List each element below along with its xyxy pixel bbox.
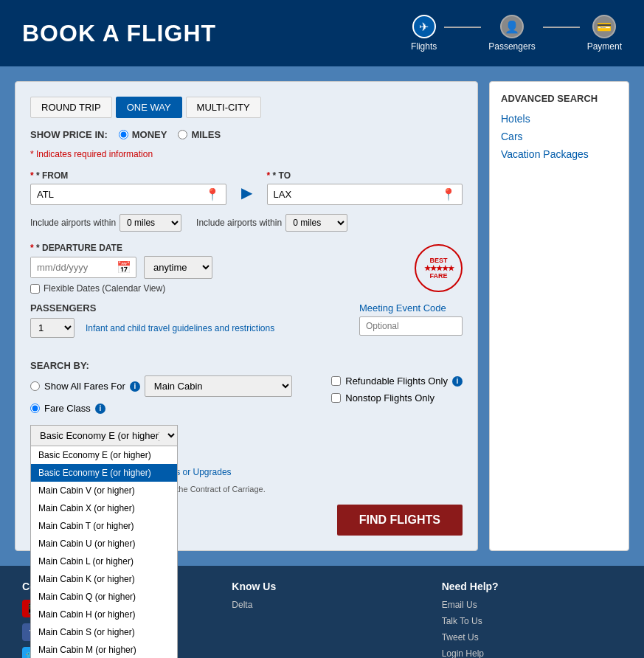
step-payment-circle: 💳 xyxy=(592,15,616,38)
from-field-group: * * FROM 📍 xyxy=(30,170,226,205)
departure-section: * * DEPARTURE DATE 📅 anytime morning aft… xyxy=(30,243,463,294)
best-fare-badge: BEST ★★★★★ FARE xyxy=(415,244,463,292)
show-fares-label: Show All Fares For xyxy=(44,381,125,392)
from-input[interactable] xyxy=(31,184,199,204)
step-flights: ✈ Flights xyxy=(411,15,437,52)
from-input-wrap: 📍 xyxy=(30,184,226,205)
footer-talk-link[interactable]: Talk To Us xyxy=(442,616,622,626)
to-location-icon: 📍 xyxy=(435,187,462,201)
dropdown-option-5[interactable]: Main Cabin U (or higher) xyxy=(31,535,177,553)
direction-arrow: ▶ xyxy=(241,184,252,205)
show-fares-radio[interactable] xyxy=(30,381,40,391)
price-row: SHOW PRICE IN: MONEY MILES xyxy=(30,129,463,140)
fare-class-dropdown-list: Basic Economy E (or higher)Basic Economy… xyxy=(30,446,178,658)
cabin-select[interactable]: Main Cabin xyxy=(145,375,292,397)
date-input-wrap: 📅 xyxy=(30,257,136,278)
flexible-dates-label: Flexible Dates (Calendar View) xyxy=(44,283,165,294)
to-field-group: * * TO 📍 xyxy=(267,170,463,205)
multi-city-button[interactable]: MULTI-CITY xyxy=(186,97,261,118)
show-fares-info-icon[interactable]: i xyxy=(130,381,140,392)
passengers-label: PASSENGERS xyxy=(30,302,274,314)
footer-help-title: Need Help? xyxy=(442,581,622,592)
dropdown-option-8[interactable]: Main Cabin Q (or higher) xyxy=(31,588,177,606)
email-label: Email Us xyxy=(442,600,477,610)
step-passengers: 👤 Passengers xyxy=(488,15,535,52)
footer-tweet-link[interactable]: Tweet Us xyxy=(442,632,622,643)
cabin-select-wrap: Main Cabin xyxy=(145,375,292,397)
to-airports-label: Include airports within xyxy=(196,218,282,228)
miles-label: MILES xyxy=(191,129,221,140)
dropdown-option-4[interactable]: Main Cabin T (or higher) xyxy=(31,517,177,535)
step-line-1 xyxy=(444,27,481,28)
page-title: BOOK A FLIGHT xyxy=(22,20,216,47)
search-by-row: Show All Fares For i Main Cabin Fare Cla… xyxy=(30,375,463,414)
dropdown-option-2[interactable]: Main Cabin V (or higher) xyxy=(31,482,177,499)
dropdown-option-0[interactable]: Basic Economy E (or higher) xyxy=(31,446,177,464)
dropdown-option-1[interactable]: Basic Economy E (or higher) xyxy=(31,464,177,482)
nonstop-option: Nonstop Flights Only xyxy=(331,392,463,404)
sidebar-link-cars[interactable]: Cars xyxy=(501,131,617,142)
one-way-button[interactable]: ONE WAY xyxy=(116,97,182,118)
dropdown-option-11[interactable]: Main Cabin M (or higher) xyxy=(31,641,177,658)
to-label: * * TO xyxy=(267,170,463,181)
dropdown-option-9[interactable]: Main Cabin H (or higher) xyxy=(31,606,177,623)
footer-delta-link[interactable]: Delta xyxy=(232,600,412,610)
footer-know-us: Know Us Delta xyxy=(232,581,412,658)
from-to-row: * * FROM 📍 ▶ * * TO 📍 xyxy=(30,170,463,205)
page-header: BOOK A FLIGHT ✈ Flights 👤 Passengers 💳 P… xyxy=(0,0,644,66)
meeting-event-input[interactable] xyxy=(359,316,463,336)
from-miles-select[interactable]: 0 miles 30 miles 60 miles 100 miles xyxy=(120,214,181,232)
refundable-checkbox[interactable] xyxy=(331,376,341,386)
footer-login-link[interactable]: Login Help xyxy=(442,648,622,658)
calendar-icon: 📅 xyxy=(112,260,136,274)
miles-radio[interactable] xyxy=(178,130,187,139)
to-miles-select[interactable]: 0 miles 30 miles 60 miles 100 miles xyxy=(285,214,347,232)
money-option: MONEY xyxy=(119,129,167,140)
delta-label: Delta xyxy=(232,600,252,610)
fare-class-dropdown: Basic Economy E (or higher) Basic Econom… xyxy=(30,425,178,446)
passengers-meeting-row: PASSENGERS 12345 Infant and child travel… xyxy=(30,302,463,349)
refundable-info-icon[interactable]: i xyxy=(452,376,463,387)
to-airport-within: Include airports within 0 miles 30 miles… xyxy=(196,214,347,232)
search-by-left: Show All Fares For i Main Cabin Fare Cla… xyxy=(30,375,292,414)
sidebar-link-vacation[interactable]: Vacation Packages xyxy=(501,148,617,160)
dropdown-option-6[interactable]: Main Cabin L (or higher) xyxy=(31,553,177,570)
footer-email-link[interactable]: Email Us xyxy=(442,600,622,610)
to-input[interactable] xyxy=(268,184,436,204)
fare-class-select-trigger[interactable]: Basic Economy E (or higher) xyxy=(30,425,178,446)
search-by-label: SEARCH BY: xyxy=(30,360,463,371)
sidebar-title: ADVANCED SEARCH xyxy=(501,93,617,104)
meeting-event-label[interactable]: Meeting Event Code xyxy=(359,302,463,314)
dropdown-option-10[interactable]: Main Cabin S (or higher) xyxy=(31,623,177,641)
fare-class-info-icon[interactable]: i xyxy=(95,404,105,414)
departure-time-select[interactable]: anytime morning afternoon evening xyxy=(144,256,212,279)
from-location-icon: 📍 xyxy=(199,187,226,201)
flexible-dates-row: Flexible Dates (Calendar View) xyxy=(30,283,463,294)
step-passengers-label: Passengers xyxy=(488,41,535,52)
departure-date-input[interactable] xyxy=(31,257,112,277)
round-trip-button[interactable]: ROUND TRIP xyxy=(30,97,112,118)
find-flights-button[interactable]: FIND FLIGHTS xyxy=(337,505,463,536)
sidebar: ADVANCED SEARCH Hotels Cars Vacation Pac… xyxy=(489,81,629,551)
nonstop-checkbox[interactable] xyxy=(331,393,341,403)
money-radio[interactable] xyxy=(119,130,128,139)
infant-link[interactable]: Infant and child travel guidelines and r… xyxy=(86,323,274,333)
login-label: Login Help xyxy=(442,648,484,658)
money-label: MONEY xyxy=(132,129,167,140)
sidebar-link-hotels[interactable]: Hotels xyxy=(501,113,617,125)
fare-class-radio[interactable] xyxy=(30,404,40,413)
tweet-label: Tweet Us xyxy=(442,632,479,643)
best-fare-line1: BEST xyxy=(429,257,447,264)
step-flights-label: Flights xyxy=(411,41,437,52)
dropdown-option-3[interactable]: Main Cabin X (or higher) xyxy=(31,499,177,517)
from-airports-label: Include airports within xyxy=(30,218,116,228)
fare-class-dropdown-row: Basic Economy E (or higher) Basic Econom… xyxy=(30,425,463,446)
flexible-dates-checkbox[interactable] xyxy=(30,284,40,294)
refundable-option: Refundable Flights Only i xyxy=(331,375,463,387)
search-by-section: SEARCH BY: Show All Fares For i Main Cab… xyxy=(30,360,463,414)
passengers-select[interactable]: 12345 xyxy=(30,318,75,338)
dropdown-option-7[interactable]: Main Cabin K (or higher) xyxy=(31,570,177,588)
show-fares-option: Show All Fares For i Main Cabin xyxy=(30,375,292,397)
best-fare-line2: FARE xyxy=(429,272,447,280)
airports-row: Include airports within 0 miles 30 miles… xyxy=(30,214,463,232)
